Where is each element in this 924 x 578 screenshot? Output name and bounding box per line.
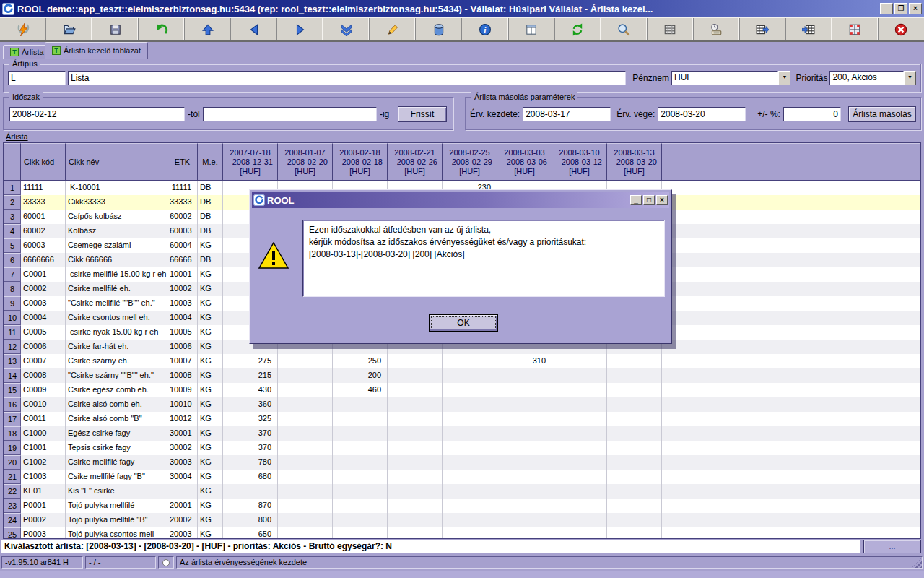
cell-price[interactable]: [607, 354, 662, 368]
cell-price[interactable]: [443, 412, 497, 426]
cell-etk[interactable]: 11111: [167, 181, 198, 195]
cell-name[interactable]: Kolbász: [66, 224, 167, 238]
columns-button[interactable]: [509, 18, 555, 40]
cell-price[interactable]: [278, 354, 333, 368]
prev-record-button[interactable]: [231, 18, 277, 40]
cell-etk[interactable]: 10002: [167, 282, 198, 296]
cell-price[interactable]: [443, 499, 497, 513]
save-button[interactable]: [92, 18, 139, 40]
row-number[interactable]: 11: [4, 325, 21, 340]
cell-etk[interactable]: 10004: [167, 311, 198, 325]
chevron-down-icon[interactable]: ▼: [778, 71, 790, 85]
cell-me[interactable]: DB: [198, 181, 223, 195]
cell-price[interactable]: [552, 397, 607, 412]
cell-price[interactable]: [278, 368, 333, 383]
cell-price[interactable]: [497, 470, 552, 484]
cell-price[interactable]: [388, 383, 443, 397]
minimize-icon[interactable]: _: [880, 3, 893, 14]
cell-name[interactable]: Csípős kolbász: [66, 210, 167, 224]
cell-price[interactable]: [388, 484, 443, 499]
row-number[interactable]: 13: [4, 354, 21, 368]
cell-price[interactable]: [552, 513, 607, 527]
cell-me[interactable]: KG: [198, 354, 223, 368]
row-number[interactable]: 25: [4, 527, 21, 539]
cell-price[interactable]: [388, 354, 443, 368]
cell-price[interactable]: [607, 426, 662, 441]
cell-price[interactable]: [607, 397, 662, 412]
col-header[interactable]: M.e.: [198, 143, 223, 181]
date-col-header[interactable]: 2008-01-07- 2008-02-20[HUF]: [278, 143, 333, 181]
cell-price[interactable]: 870: [223, 499, 278, 513]
cell-price[interactable]: [278, 470, 333, 484]
price-type-name-field[interactable]: [68, 71, 626, 85]
cell-etk[interactable]: 10009: [167, 383, 198, 397]
cell-price[interactable]: [552, 499, 607, 513]
cell-price[interactable]: [333, 426, 388, 441]
cell-price[interactable]: [333, 513, 388, 527]
undo-arrow-button[interactable]: [139, 18, 185, 40]
table-row[interactable]: 19C1001Tepsis csirke fagy30002KG370: [4, 441, 920, 455]
cell-code[interactable]: C1000: [21, 426, 66, 441]
cell-price[interactable]: 680: [223, 470, 278, 484]
cell-me[interactable]: KG: [198, 340, 223, 354]
cell-code[interactable]: C0010: [21, 397, 66, 412]
cell-me[interactable]: KG: [198, 311, 223, 325]
cell-price[interactable]: [388, 455, 443, 470]
cell-price[interactable]: [497, 484, 552, 499]
cell-price[interactable]: [497, 441, 552, 455]
cell-me[interactable]: DB: [198, 253, 223, 267]
cell-name[interactable]: Csirke far-hát eh.: [66, 340, 167, 354]
flash-button[interactable]: [0, 18, 46, 40]
tab-arlista[interactable]: T Árlista: [3, 45, 51, 59]
cell-price[interactable]: [552, 368, 607, 383]
info-button[interactable]: i: [462, 18, 508, 40]
cell-price[interactable]: [552, 426, 607, 441]
table-row[interactable]: 25P0003Tojó pulyka csontos mell20003KG65…: [4, 527, 920, 539]
cell-etk[interactable]: [167, 484, 198, 499]
cell-price[interactable]: [333, 412, 388, 426]
cell-price[interactable]: [443, 513, 497, 527]
cell-price[interactable]: [552, 354, 607, 368]
col-header[interactable]: [4, 143, 21, 181]
cell-price[interactable]: [607, 412, 662, 426]
cell-name[interactable]: Csirke alsó comb "B": [66, 412, 167, 426]
cell-price[interactable]: [552, 441, 607, 455]
row-number[interactable]: 19: [4, 441, 21, 455]
cell-code[interactable]: C0003: [21, 296, 66, 311]
keyboard-button[interactable]: [694, 18, 740, 40]
cell-price[interactable]: 650: [223, 527, 278, 539]
cell-price[interactable]: [607, 470, 662, 484]
cell-me[interactable]: DB: [198, 224, 223, 238]
cell-price[interactable]: [607, 383, 662, 397]
cell-code[interactable]: P0003: [21, 527, 66, 539]
cell-name[interactable]: Tojó pulyka csontos mell: [66, 527, 167, 539]
cell-etk[interactable]: 10001: [167, 267, 198, 282]
cell-price[interactable]: [552, 383, 607, 397]
cell-price[interactable]: [278, 455, 333, 470]
cell-name[interactable]: Csirke csontos mell eh.: [66, 311, 167, 325]
cell-name[interactable]: Csirke mellfilé eh.: [66, 282, 167, 296]
refresh-button[interactable]: [555, 18, 601, 40]
cell-code[interactable]: C1002: [21, 455, 66, 470]
last-record-button[interactable]: [323, 18, 370, 40]
cell-code[interactable]: C0005: [21, 325, 66, 340]
price-type-code-field[interactable]: [8, 71, 66, 85]
refresh-button[interactable]: Frissít: [398, 106, 447, 122]
priority-select[interactable]: 200, Akciós ▼: [829, 71, 916, 85]
row-number[interactable]: 6: [4, 253, 21, 267]
cell-etk[interactable]: 10012: [167, 412, 198, 426]
cell-price[interactable]: [278, 499, 333, 513]
cell-price[interactable]: [552, 455, 607, 470]
cell-me[interactable]: KG: [198, 499, 223, 513]
cell-etk[interactable]: 10010: [167, 397, 198, 412]
col-header[interactable]: Cikk név: [66, 143, 167, 181]
cell-price[interactable]: [388, 527, 443, 539]
cell-price[interactable]: [443, 426, 497, 441]
cell-me[interactable]: KG: [198, 484, 223, 499]
minimize-icon[interactable]: _: [630, 195, 642, 205]
cell-code[interactable]: C0007: [21, 354, 66, 368]
cell-price[interactable]: [333, 441, 388, 455]
cell-price[interactable]: [607, 527, 662, 539]
cell-price[interactable]: [607, 455, 662, 470]
cell-code[interactable]: P0001: [21, 499, 66, 513]
